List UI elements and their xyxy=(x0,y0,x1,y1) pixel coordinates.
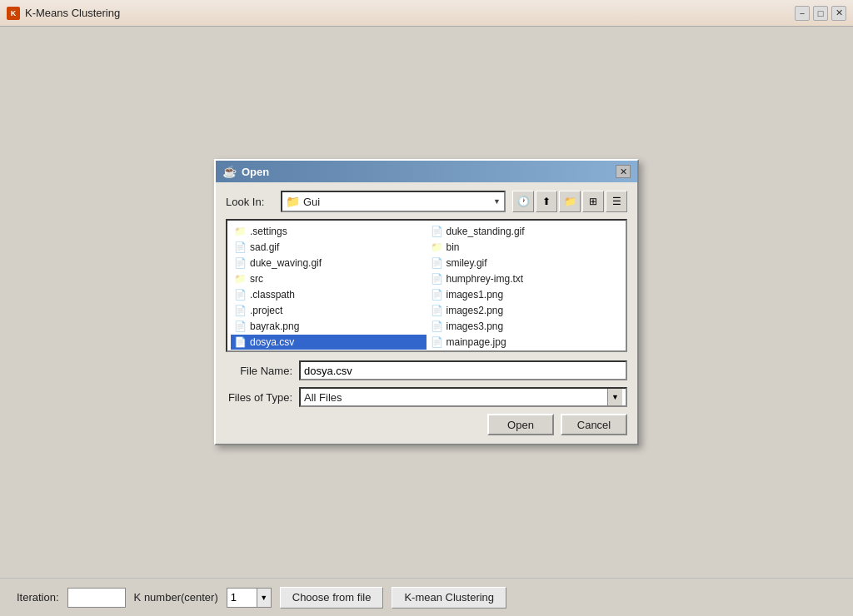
look-in-value: Gui xyxy=(303,196,490,208)
look-in-dropdown-arrow[interactable]: ▼ xyxy=(493,197,501,206)
file-item[interactable]: 📁src xyxy=(231,271,426,286)
k-number-input[interactable] xyxy=(227,588,257,608)
look-in-row: Look In: 📁 Gui ▼ 🕐 ⬆ 📁 ⊞ ☰ xyxy=(226,191,627,212)
k-number-combo: ▼ xyxy=(227,588,272,608)
look-in-folder-icon: 📁 xyxy=(286,195,300,208)
file-name-input[interactable] xyxy=(299,360,627,380)
look-in-label: Look In: xyxy=(226,196,274,208)
file-item[interactable]: 📁bin xyxy=(427,240,623,255)
file-item[interactable]: 📄.classpath xyxy=(231,287,426,302)
up-folder-icon[interactable]: ⬆ xyxy=(536,191,557,212)
document-icon: 📄 xyxy=(431,257,443,269)
file-item[interactable]: 📄.project xyxy=(231,303,426,318)
open-dialog: ☕ Open ✕ Look In: 📁 Gui ▼ 🕐 xyxy=(214,159,639,445)
file-item[interactable]: 📄sad.gif xyxy=(231,240,426,255)
new-folder-icon[interactable]: 📁 xyxy=(559,191,581,212)
document-icon: 📄 xyxy=(234,305,247,316)
k-number-label: K number(center) xyxy=(134,591,218,604)
file-item[interactable]: 📄images2.png xyxy=(427,303,623,318)
file-name: .classpath xyxy=(250,289,295,301)
k-mean-clustering-button[interactable]: K-mean Clustering xyxy=(392,587,506,609)
dialog-body: Look In: 📁 Gui ▼ 🕐 ⬆ 📁 ⊞ ☰ 📁. xyxy=(216,182,637,444)
document-icon: 📄 xyxy=(431,336,443,348)
dialog-close-button[interactable]: ✕ xyxy=(616,165,631,178)
file-name: bin xyxy=(446,241,460,253)
document-icon: 📄 xyxy=(234,289,247,301)
files-of-type-combo[interactable]: All Files ▼ xyxy=(299,387,627,407)
document-icon: 📄 xyxy=(431,320,443,332)
minimize-button[interactable]: − xyxy=(795,6,810,21)
file-name: images3.png xyxy=(446,320,504,332)
bottom-bar: Iteration: K number(center) ▼ Choose fro… xyxy=(0,578,853,616)
dialog-overlay: ☕ Open ✕ Look In: 📁 Gui ▼ 🕐 xyxy=(0,27,853,578)
folder-icon: 📁 xyxy=(234,226,247,237)
file-name: sad.gif xyxy=(250,241,279,253)
dialog-title-bar: ☕ Open ✕ xyxy=(216,161,637,182)
document-icon: 📄 xyxy=(431,289,443,301)
document-icon: 📄 xyxy=(234,257,247,269)
file-name: dosya.csv xyxy=(250,336,294,348)
file-item[interactable]: 📄dosya.csv xyxy=(231,335,426,350)
file-name: humphrey-img.txt xyxy=(446,273,524,285)
detail-view-icon[interactable]: ☰ xyxy=(606,191,627,212)
document-icon: 📄 xyxy=(431,305,443,316)
open-button[interactable]: Open xyxy=(487,414,554,435)
window-controls: − □ ✕ xyxy=(795,6,846,21)
choose-from-file-button[interactable]: Choose from file xyxy=(280,587,384,609)
document-icon: 📄 xyxy=(234,241,247,253)
maximize-button[interactable]: □ xyxy=(813,6,828,21)
file-name-row: File Name: xyxy=(226,360,627,380)
app-title: K-Means Clustering xyxy=(25,7,120,19)
file-name: src xyxy=(250,273,263,285)
dialog-title-content: ☕ Open xyxy=(222,165,269,178)
file-list[interactable]: 📁.settings📄duke_standing.gif📄sad.gif📁bin… xyxy=(226,219,627,352)
file-item[interactable]: 📄images3.png xyxy=(427,319,623,334)
file-name: images2.png xyxy=(446,305,504,316)
file-item[interactable]: 📄smiley.gif xyxy=(427,256,623,271)
recent-icon[interactable]: 🕐 xyxy=(512,191,534,212)
dialog-java-icon: ☕ xyxy=(222,165,237,178)
app-icon: K xyxy=(7,7,20,20)
list-view-icon[interactable]: ⊞ xyxy=(582,191,604,212)
files-of-type-arrow[interactable]: ▼ xyxy=(607,389,622,405)
file-item[interactable]: 📄duke_standing.gif xyxy=(427,224,623,239)
file-name: duke_waving.gif xyxy=(250,257,322,269)
file-name: smiley.gif xyxy=(446,257,487,269)
file-name: duke_standing.gif xyxy=(446,226,525,237)
folder-icon: 📁 xyxy=(431,241,443,253)
file-item[interactable]: 📄mainpage.jpg xyxy=(427,335,623,350)
file-name: bayrak.png xyxy=(250,320,299,332)
app-background: ☕ Open ✕ Look In: 📁 Gui ▼ 🕐 xyxy=(0,27,853,616)
file-item[interactable]: 📄humphrey-img.txt xyxy=(427,271,623,286)
iteration-label: Iteration: xyxy=(17,591,59,604)
file-name-label: File Name: xyxy=(226,365,292,377)
document-icon: 📄 xyxy=(234,320,247,332)
file-item[interactable]: 📄duke_waving.gif xyxy=(231,256,426,271)
k-number-arrow[interactable]: ▼ xyxy=(257,588,272,608)
document-icon: 📄 xyxy=(431,273,443,285)
document-icon: 📄 xyxy=(431,226,443,237)
document-icon: 📄 xyxy=(234,336,247,348)
cancel-button[interactable]: Cancel xyxy=(561,414,627,435)
close-button[interactable]: ✕ xyxy=(831,6,846,21)
file-name: .settings xyxy=(250,226,287,237)
files-of-type-row: Files of Type: All Files ▼ xyxy=(226,387,627,407)
title-bar: K K-Means Clustering − □ ✕ xyxy=(0,0,853,27)
file-name: images1.png xyxy=(446,289,504,301)
iteration-input[interactable] xyxy=(67,588,126,608)
file-name: mainpage.jpg xyxy=(446,336,506,348)
look-in-combo[interactable]: 📁 Gui ▼ xyxy=(281,191,506,212)
file-item[interactable]: 📁.settings xyxy=(231,224,426,239)
files-of-type-value: All Files xyxy=(304,391,607,404)
dialog-buttons: Open Cancel xyxy=(226,414,627,435)
file-item[interactable]: 📄bayrak.png xyxy=(231,319,426,334)
folder-icon: 📁 xyxy=(234,273,247,285)
file-item[interactable]: 📄images1.png xyxy=(427,287,623,302)
dialog-title-text: Open xyxy=(242,166,269,178)
toolbar-buttons: 🕐 ⬆ 📁 ⊞ ☰ xyxy=(512,191,627,212)
files-of-type-label: Files of Type: xyxy=(226,391,292,404)
file-name: .project xyxy=(250,305,282,316)
